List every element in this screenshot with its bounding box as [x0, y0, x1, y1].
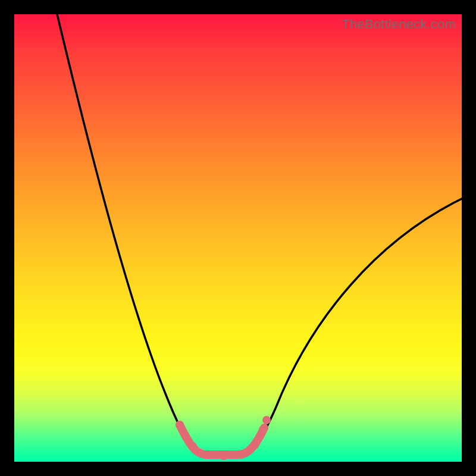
curve-black-path — [57, 14, 462, 455]
highlight-dot-icon — [259, 425, 267, 434]
chart-plot-area: TheBottleneck.com — [14, 14, 462, 462]
highlight-dot-icon — [220, 452, 228, 460]
highlight-dot-icon — [250, 441, 259, 449]
highlight-dot-icon — [176, 421, 184, 429]
chart-frame: TheBottleneck.com — [0, 0, 476, 476]
highlight-dot-icon — [236, 450, 245, 459]
highlight-dot-icon — [262, 416, 271, 424]
highlight-dot-icon — [189, 442, 197, 450]
bottleneck-curve — [14, 14, 462, 462]
highlight-dot-icon — [202, 450, 210, 459]
